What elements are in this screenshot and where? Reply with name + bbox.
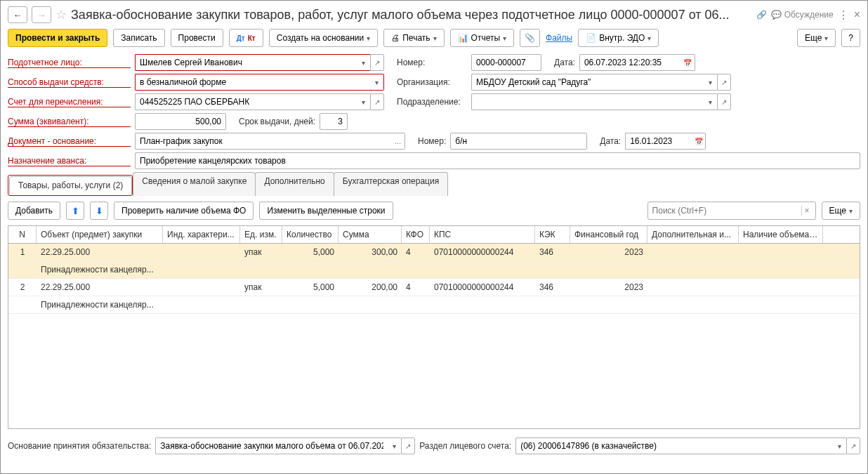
date-calendar-button[interactable]: 📅: [681, 54, 695, 71]
number-input[interactable]: [475, 57, 538, 68]
table-row[interactable]: 2 22.29.25.000 упак 5,000 200,00 4 07010…: [8, 279, 860, 296]
kebab-menu-icon[interactable]: ⋮: [838, 8, 850, 22]
move-down-button[interactable]: ⬇: [90, 202, 108, 220]
close-icon[interactable]: ×: [854, 8, 860, 21]
check-fo-button[interactable]: Проверить наличие объема ФО: [114, 202, 254, 220]
col-extra[interactable]: Дополнительная и...: [647, 226, 739, 243]
obligation-basis-input[interactable]: [159, 440, 385, 452]
tab-accounting[interactable]: Бухгалтерская операция: [334, 172, 448, 196]
person-dropdown-button[interactable]: ▾: [357, 54, 371, 71]
account-open-button[interactable]: ↗: [370, 93, 384, 110]
basis-number-label: Номер:: [418, 136, 446, 146]
paperclip-icon: 📎: [525, 33, 535, 43]
org-label: Организация:: [397, 77, 467, 87]
table-row-desc[interactable]: Принадлежности канцеляр...: [8, 296, 860, 314]
basis-input[interactable]: [138, 136, 388, 147]
basis-date-label: Дата:: [600, 136, 621, 146]
basis-date-input[interactable]: [629, 136, 689, 147]
basis-date-calendar-button[interactable]: 📅: [692, 133, 706, 150]
col-avail[interactable]: Наличие объема ...: [739, 226, 823, 243]
post-button[interactable]: Провести: [171, 29, 223, 47]
account-section-input[interactable]: [519, 440, 830, 452]
more-button[interactable]: Еще: [797, 29, 836, 47]
org-dropdown-button[interactable]: ▾: [704, 74, 718, 91]
days-label: Срок выдачи, дней:: [239, 117, 315, 126]
link-icon[interactable]: 🔗: [756, 10, 767, 20]
page-title: Заявка-обоснование закупки товаров, рабо…: [71, 8, 752, 22]
account-input[interactable]: [138, 96, 354, 107]
person-open-button[interactable]: ↗: [370, 54, 384, 71]
number-label: Номер:: [397, 58, 467, 67]
help-button[interactable]: ?: [841, 29, 860, 47]
col-n[interactable]: N: [8, 226, 37, 243]
document-icon: 📄: [586, 33, 596, 43]
attachment-button[interactable]: 📎: [520, 29, 540, 47]
save-button[interactable]: Записать: [113, 29, 164, 47]
reports-button[interactable]: 📊 Отчеты: [450, 29, 514, 47]
report-icon: 📊: [458, 33, 468, 43]
section-open-button[interactable]: ↗: [846, 437, 860, 454]
days-input[interactable]: [323, 116, 344, 127]
col-object[interactable]: Объект (предмет) закупки: [37, 226, 163, 243]
change-rows-button[interactable]: Изменить выделенные строки: [259, 202, 393, 220]
col-finyear[interactable]: Финансовый год: [570, 226, 647, 243]
dept-dropdown-button[interactable]: ▾: [704, 93, 718, 110]
section-dropdown-button[interactable]: ▾: [833, 437, 847, 454]
col-qty[interactable]: Количество: [282, 226, 338, 243]
tab-small-purchase[interactable]: Сведения о малой закупке: [133, 172, 256, 196]
obligation-dropdown-button[interactable]: ▾: [388, 437, 402, 454]
dept-open-button[interactable]: ↗: [717, 93, 731, 110]
sum-label: Сумма (эквивалент):: [8, 117, 131, 127]
method-dropdown-button[interactable]: ▾: [370, 74, 384, 91]
col-kek[interactable]: КЭК: [535, 226, 570, 243]
col-kfo[interactable]: КФО: [402, 226, 430, 243]
nav-back-button[interactable]: ←: [8, 6, 27, 23]
grid-more-button[interactable]: Еще: [822, 202, 860, 220]
col-ind[interactable]: Инд. характери...: [163, 226, 240, 243]
basis-label: Документ - основание:: [8, 136, 131, 147]
org-input[interactable]: [475, 77, 701, 88]
post-and-close-button[interactable]: Провести и закрыть: [8, 29, 107, 47]
table-row-desc[interactable]: Принадлежности канцеляр...: [8, 261, 860, 279]
discussion-button[interactable]: 💬 Обсуждение: [771, 10, 834, 20]
col-kps[interactable]: КПС: [430, 226, 535, 243]
files-link[interactable]: Файлы: [546, 33, 572, 43]
table-row[interactable]: 1 22.29.25.000 упак 5,000 300,00 4 07010…: [8, 244, 860, 261]
goods-grid: N Объект (предмет) закупки Инд. характер…: [8, 225, 860, 429]
account-dropdown-button[interactable]: ▾: [357, 93, 371, 110]
edo-button[interactable]: 📄 Внутр. ЭДО: [578, 29, 659, 47]
tab-additional[interactable]: Дополнительно: [255, 172, 334, 196]
purpose-label: Назначение аванса:: [8, 156, 131, 166]
col-unit[interactable]: Ед. изм.: [240, 226, 282, 243]
move-up-button[interactable]: ⬆: [66, 202, 84, 220]
sum-input[interactable]: [138, 116, 223, 127]
create-based-on-button[interactable]: Создать на основании: [269, 29, 379, 47]
basis-select-button[interactable]: …: [391, 133, 405, 150]
comment-icon: 💬: [771, 10, 782, 20]
account-section-label: Раздел лицевого счета:: [419, 441, 511, 451]
account-label: Счет для перечисления:: [8, 97, 131, 107]
org-open-button[interactable]: ↗: [717, 74, 731, 91]
obligation-basis-label: Основание принятия обязательства:: [8, 441, 151, 451]
debit-credit-button[interactable]: ДтКт: [229, 29, 263, 47]
print-button[interactable]: 🖨 Печать: [383, 29, 444, 47]
person-input[interactable]: [138, 57, 354, 68]
printer-icon: 🖨: [391, 33, 400, 43]
nav-forward-button[interactable]: →: [32, 6, 51, 23]
search-clear-button[interactable]: ×: [801, 206, 813, 216]
person-label: Подотчетное лицо:: [8, 58, 131, 68]
dept-input[interactable]: [475, 96, 701, 107]
col-sum[interactable]: Сумма: [338, 226, 402, 243]
favorite-star-icon[interactable]: ☆: [55, 7, 67, 22]
date-input[interactable]: [583, 57, 678, 68]
add-row-button[interactable]: Добавить: [8, 202, 60, 220]
purpose-input[interactable]: [138, 155, 857, 166]
kt-icon: Кт: [248, 34, 256, 42]
dept-label: Подразделение:: [397, 97, 467, 107]
dt-icon: Дт: [237, 34, 245, 42]
obligation-open-button[interactable]: ↗: [401, 437, 415, 454]
method-input[interactable]: [138, 77, 367, 88]
grid-search-input[interactable]: [651, 205, 801, 216]
tab-goods[interactable]: Товары, работы, услуги (2): [9, 176, 132, 195]
basis-number-input[interactable]: [454, 136, 584, 147]
